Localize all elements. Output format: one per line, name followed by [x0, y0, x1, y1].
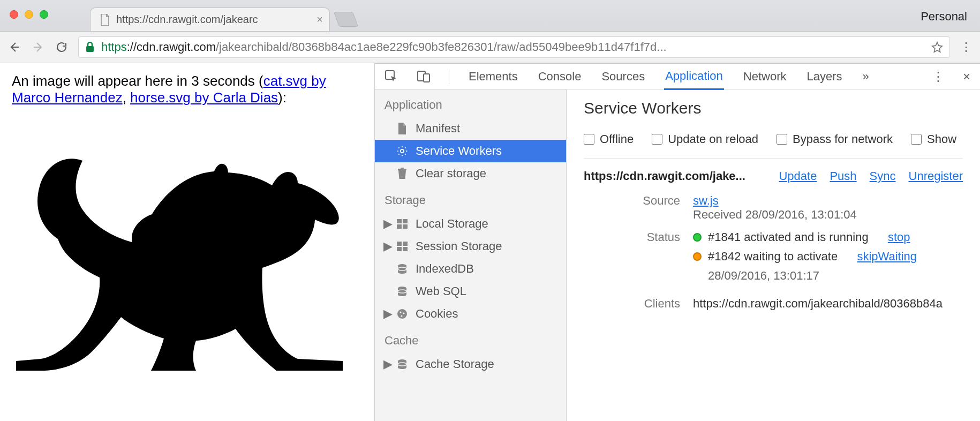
- action-push[interactable]: Push: [830, 169, 856, 183]
- sidebar-item-label: Local Storage: [416, 217, 488, 231]
- sidebar-item-label: Manifest: [416, 122, 460, 136]
- profile-label[interactable]: Personal: [921, 10, 967, 24]
- devtools-tabstrip: Elements Console Sources Application Net…: [375, 64, 980, 89]
- sw-actions: Update Push Sync Unregister: [779, 169, 963, 183]
- sidebar-section-application: Application: [375, 89, 566, 117]
- sidebar-item-indexeddb[interactable]: IndexedDB: [375, 258, 566, 280]
- action-unregister[interactable]: Unregister: [909, 169, 963, 183]
- inspect-icon[interactable]: [385, 70, 398, 84]
- db-icon: [396, 285, 408, 297]
- new-tab-button[interactable]: [334, 12, 358, 27]
- sidebar-item-label: Clear storage: [416, 167, 486, 181]
- sidebar-item-cookies[interactable]: ▶ Cookies: [375, 303, 566, 325]
- action-update[interactable]: Update: [779, 169, 817, 183]
- service-workers-panel: Service Workers Offline Update on reload…: [567, 89, 980, 421]
- sidebar-item-label: Service Workers: [416, 144, 502, 158]
- svg-rect-14: [403, 247, 408, 251]
- check-update-on-reload[interactable]: Update on reload: [652, 132, 758, 146]
- tabs-overflow-icon[interactable]: »: [862, 64, 870, 89]
- label-status: Status: [584, 230, 680, 288]
- tab-layers[interactable]: Layers: [805, 64, 843, 89]
- tab-sources[interactable]: Sources: [600, 64, 646, 89]
- browser-menu-icon[interactable]: ⋮: [960, 40, 973, 54]
- panel-title: Service Workers: [584, 99, 963, 117]
- check-bypass-network[interactable]: Bypass for network: [777, 132, 893, 146]
- devtools-close-icon[interactable]: ×: [963, 69, 970, 84]
- sidebar-item-local-storage[interactable]: ▶ Local Storage: [375, 213, 566, 235]
- sidebar-item-label: IndexedDB: [416, 262, 474, 276]
- link-source-file[interactable]: sw.js: [693, 194, 719, 207]
- url-text: https://cdn.rawgit.com/jakearchibald/803…: [101, 40, 925, 54]
- bookmark-star-icon[interactable]: [931, 41, 943, 53]
- status-bullet-active-icon: [693, 233, 702, 242]
- action-stop[interactable]: stop: [888, 230, 910, 244]
- tab-elements[interactable]: Elements: [468, 64, 519, 89]
- sidebar-item-label: Cache Storage: [416, 357, 494, 371]
- fullscreen-window-icon[interactable]: [40, 10, 48, 19]
- tab-network[interactable]: Network: [742, 64, 788, 89]
- cat-image: [12, 106, 363, 374]
- svg-point-21: [403, 312, 404, 314]
- browser-titlebar: https://cdn.rawgit.com/jakearc × Persona…: [0, 0, 980, 31]
- close-tab-icon[interactable]: ×: [316, 13, 323, 26]
- db-icon: [396, 263, 408, 275]
- sidebar-item-session-storage[interactable]: ▶ Session Storage: [375, 235, 566, 258]
- storage-icon: [396, 240, 408, 252]
- action-sync[interactable]: Sync: [870, 169, 896, 183]
- link-horse-svg[interactable]: horse.svg by Carla Dias: [130, 89, 278, 106]
- tab-application[interactable]: Application: [664, 64, 724, 90]
- check-show-all[interactable]: Show: [911, 132, 956, 146]
- browser-toolbar: https://cdn.rawgit.com/jakearchibald/803…: [0, 31, 980, 63]
- storage-icon: [396, 218, 408, 230]
- reload-button[interactable]: [55, 40, 69, 54]
- label-clients: Clients: [584, 297, 680, 311]
- svg-rect-10: [403, 224, 408, 229]
- sidebar-section-cache: Cache: [375, 325, 566, 353]
- svg-point-4: [401, 149, 404, 153]
- sidebar-item-clear-storage[interactable]: Clear storage: [375, 162, 566, 185]
- file-icon: [396, 123, 408, 134]
- svg-point-20: [399, 311, 401, 313]
- db-icon: [396, 358, 408, 370]
- back-button[interactable]: [7, 40, 21, 54]
- browser-tab[interactable]: https://cdn.rawgit.com/jakearc ×: [90, 7, 330, 31]
- device-icon[interactable]: [417, 70, 431, 84]
- cookie-icon: [396, 308, 408, 320]
- check-offline[interactable]: Offline: [584, 132, 634, 146]
- status-bullet-waiting-icon: [693, 252, 702, 261]
- close-window-icon[interactable]: [10, 10, 18, 19]
- sidebar-section-storage: Storage: [375, 185, 566, 213]
- svg-rect-8: [403, 219, 408, 223]
- application-sidebar: Application Manifest Service Workers Cle…: [375, 89, 567, 421]
- tab-console[interactable]: Console: [537, 64, 583, 89]
- label-source: Source: [584, 194, 680, 222]
- devtools-menu-icon[interactable]: ⋮: [932, 69, 945, 84]
- sidebar-item-label: Web SQL: [416, 284, 466, 298]
- sidebar-item-label: Session Storage: [416, 239, 502, 253]
- svg-rect-6: [401, 168, 404, 169]
- minimize-window-icon[interactable]: [25, 10, 33, 19]
- action-skip-waiting[interactable]: skipWaiting: [857, 250, 917, 264]
- svg-point-22: [401, 315, 402, 317]
- address-bar[interactable]: https://cdn.rawgit.com/jakearchibald/803…: [78, 36, 950, 58]
- sidebar-item-service-workers[interactable]: Service Workers: [375, 140, 566, 162]
- svg-rect-3: [424, 74, 429, 82]
- status-waiting-time: 28/09/2016, 13:01:17: [708, 269, 819, 283]
- clients-value: https://cdn.rawgit.com/jakearchibald/803…: [693, 297, 963, 311]
- sw-scope: https://cdn.rawgit.com/jake...: [584, 169, 745, 183]
- sidebar-item-websql[interactable]: Web SQL: [375, 280, 566, 303]
- svg-rect-0: [86, 46, 94, 52]
- chevron-right-icon: ▶: [383, 307, 391, 321]
- devtools-panel: Elements Console Sources Application Net…: [375, 63, 980, 421]
- status-activated: #1841 activated and is running: [708, 230, 869, 244]
- sidebar-item-label: Cookies: [416, 307, 458, 321]
- chevron-right-icon: ▶: [383, 357, 391, 371]
- svg-point-19: [397, 309, 407, 319]
- gear-icon: [396, 145, 408, 157]
- window-controls: [10, 10, 48, 19]
- forward-button[interactable]: [31, 40, 45, 54]
- sidebar-item-cache-storage[interactable]: ▶ Cache Storage: [375, 353, 566, 375]
- chevron-right-icon: ▶: [383, 239, 391, 253]
- svg-rect-7: [397, 219, 402, 223]
- sidebar-item-manifest[interactable]: Manifest: [375, 117, 566, 140]
